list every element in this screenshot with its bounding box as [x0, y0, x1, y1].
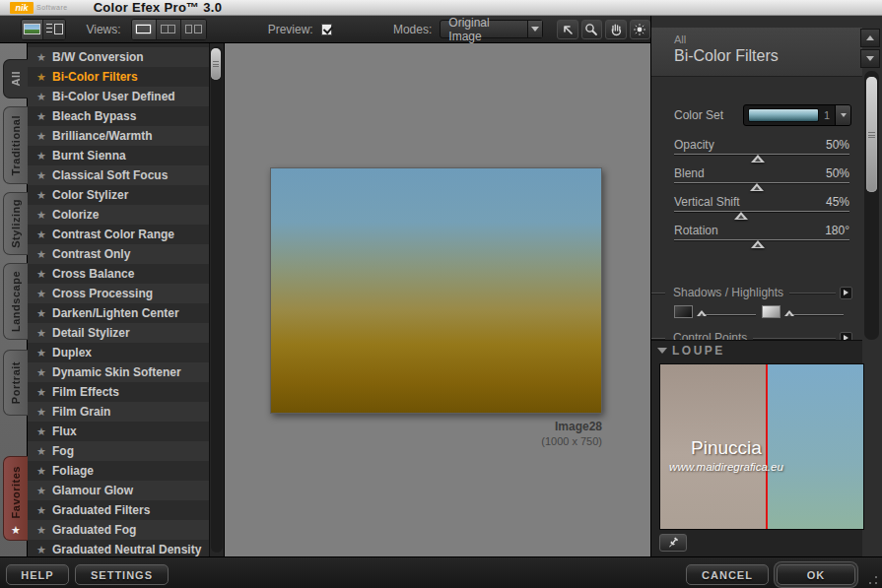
filter-list-item[interactable]: Bi-Color Filters [28, 67, 209, 87]
filter-list-item[interactable]: Duplex [28, 343, 209, 362]
rotation-slider: Rotation 180° [674, 222, 849, 250]
filter-list-item[interactable]: Cross Balance [28, 264, 209, 284]
resize-grip[interactable] [868, 575, 878, 585]
filter-list-item[interactable]: Fog [28, 441, 209, 461]
slider-track[interactable] [787, 314, 844, 315]
views-button-group [131, 19, 207, 40]
filter-list-item[interactable]: Detail Stylizer [28, 323, 209, 343]
zoom-tool-button[interactable] [581, 20, 602, 39]
filter-list-item[interactable]: B/W Conversion [28, 47, 209, 67]
slider-handle[interactable] [734, 212, 748, 220]
cancel-button[interactable]: CANCEL [686, 564, 769, 585]
cursor-arrow-icon [561, 23, 575, 36]
views-label: Views: [86, 23, 120, 36]
star-icon [34, 268, 49, 281]
filter-list-item[interactable]: Graduated Filters [28, 500, 209, 520]
filter-list-item[interactable]: Burnt Sienna [28, 146, 209, 165]
filter-list-scrollbar[interactable] [210, 43, 225, 556]
image-preview-button[interactable] [22, 20, 43, 39]
preview-image[interactable] [270, 167, 602, 414]
filter-list-item[interactable]: Bleach Bypass [28, 106, 209, 126]
tab-portrait[interactable]: Portrait [3, 350, 28, 416]
filter-list-item[interactable]: Foliage [28, 461, 209, 481]
filter-list-item[interactable]: Bi-Color User Defined [28, 87, 209, 106]
color-set-control[interactable]: 1 [743, 104, 851, 126]
filter-list-item[interactable]: Glamour Glow [28, 481, 209, 500]
tab-landscape[interactable]: Landscape [3, 263, 28, 340]
filter-list-item[interactable]: Contrast Only [28, 244, 209, 264]
highlights-swatch[interactable] [762, 305, 780, 318]
split-view-button[interactable] [157, 20, 181, 39]
shadows-highlights-expand-button[interactable] [840, 287, 852, 299]
lightbulb-tool-button[interactable] [630, 20, 650, 39]
tab-all-label: All [10, 71, 22, 87]
tab-all[interactable]: All [3, 59, 28, 98]
star-icon [34, 51, 49, 64]
modes-dropdown-arrow[interactable] [527, 21, 543, 37]
filter-list-item[interactable]: Graduated Neutral Density [28, 540, 209, 556]
filter-label: Fog [52, 444, 74, 458]
loupe-preview[interactable]: Pinuccia www.maidiregrafica.eu [659, 363, 864, 530]
filter-label: Bi-Color User Defined [52, 90, 175, 103]
filter-label: Dynamic Skin Softener [52, 365, 181, 379]
panel-scroll-down-button[interactable] [860, 49, 880, 68]
filter-list-scroll-thumb[interactable] [211, 48, 221, 80]
side-by-side-view-button[interactable] [181, 20, 206, 39]
hand-icon [609, 23, 623, 36]
filter-label: Brilliance/Warmth [52, 129, 153, 143]
tab-traditional[interactable]: Traditional [3, 106, 28, 184]
panel-scrollbar[interactable] [864, 71, 879, 340]
filter-list-item[interactable]: Darken/Lighten Center [28, 303, 209, 323]
filter-list-item[interactable]: Graduated Fog [28, 520, 209, 540]
filter-list-item[interactable]: Film Grain [28, 402, 209, 422]
list-view-button[interactable] [43, 20, 65, 39]
star-icon [34, 91, 49, 103]
slider-track[interactable] [674, 211, 849, 212]
slider-handle[interactable] [784, 310, 794, 316]
tab-favorites-label: Favorites [10, 466, 22, 518]
filter-list-item[interactable]: Colorize [28, 205, 209, 225]
filter-list-item[interactable]: Dynamic Skin Softener [28, 362, 209, 382]
shadows-swatch[interactable] [674, 305, 693, 318]
filter-list-item[interactable]: Film Effects [28, 382, 209, 402]
pushpin-icon [666, 536, 680, 550]
display-mode-group [21, 19, 66, 40]
filter-list-item[interactable]: Flux [28, 422, 209, 441]
single-view-button[interactable] [132, 20, 157, 39]
slider-handle[interactable] [697, 310, 707, 316]
app-title: Color Efex Pro™ 3.0 [94, 0, 223, 15]
slider-handle[interactable] [751, 155, 765, 163]
filter-list-item[interactable]: Brilliance/Warmth [28, 126, 209, 146]
slider-track[interactable] [700, 314, 756, 315]
tab-favorites[interactable]: Favorites ★ [3, 456, 28, 541]
nik-logo: nik [10, 2, 34, 14]
shadows-highlights-label: Shadows / Highlights [673, 286, 783, 299]
help-button[interactable]: HELP [6, 564, 69, 585]
filter-list-item[interactable]: Contrast Color Range [28, 225, 209, 244]
pan-tool-button[interactable] [605, 20, 626, 39]
toolbar: Views: Preview: Modes: Original Image [0, 16, 650, 43]
panel-scroll-up-button[interactable] [860, 29, 880, 47]
slider-handle[interactable] [750, 183, 764, 191]
loupe-pin-button[interactable] [659, 534, 687, 552]
tab-stylizing[interactable]: Stylizing [3, 192, 28, 255]
collapse-triangle-icon [657, 348, 667, 354]
filter-list-item[interactable]: Cross Processing [28, 284, 209, 303]
star-icon [34, 406, 49, 419]
opacity-slider: Opacity 50% [674, 136, 849, 164]
select-tool-button[interactable] [557, 20, 577, 39]
color-set-dropdown-button[interactable] [835, 105, 850, 125]
filter-label: Glamour Glow [52, 484, 133, 497]
slider-handle[interactable] [751, 240, 765, 248]
star-icon [34, 485, 49, 497]
ok-button[interactable]: OK [777, 564, 855, 585]
filter-list-item[interactable]: Color Stylizer [28, 185, 209, 205]
star-icon [34, 110, 49, 123]
loupe-header[interactable]: LOUPE [651, 341, 862, 360]
modes-dropdown[interactable]: Original Image [440, 20, 543, 38]
filter-list-item[interactable]: Classical Soft Focus [28, 165, 209, 185]
color-set-gradient-swatch[interactable] [748, 108, 819, 122]
preview-checkbox[interactable] [321, 24, 332, 35]
panel-scroll-thumb[interactable] [866, 77, 877, 192]
settings-button[interactable]: SETTINGS [75, 564, 169, 585]
